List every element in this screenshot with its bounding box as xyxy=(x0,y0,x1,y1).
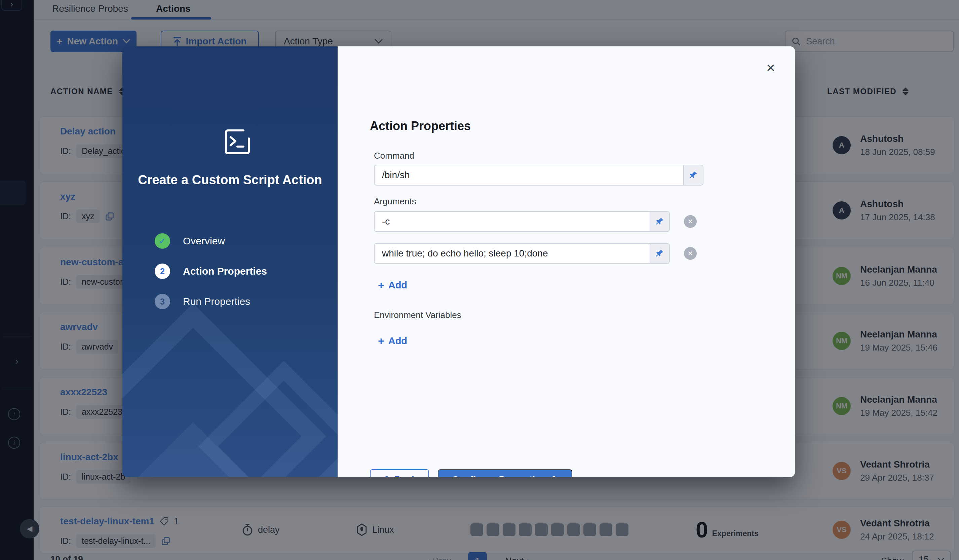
env-variables-label: Environment Variables xyxy=(374,310,461,320)
pin-icon xyxy=(689,171,698,180)
plus-icon: + xyxy=(378,279,384,291)
close-icon[interactable]: ✕ xyxy=(761,59,780,77)
wizard-step[interactable]: 2 Action Properties xyxy=(155,264,267,279)
wizard-left-panel: Create a Custom Script Action ✓ Overview… xyxy=(123,46,338,477)
back-button[interactable]: ❮ Back xyxy=(370,469,429,477)
arguments-label: Arguments xyxy=(374,196,416,207)
wizard-title: Create a Custom Script Action xyxy=(136,172,324,189)
command-label: Command xyxy=(374,151,414,161)
wizard-form-panel: ✕ Action Properties Command /bin/sh Argu… xyxy=(338,46,795,477)
step-label: Run Properties xyxy=(183,296,250,307)
wizard-step[interactable]: 3 Run Properties xyxy=(155,294,267,309)
configure-properties-button[interactable]: Configure Properties ❯ xyxy=(438,469,572,477)
terminal-icon xyxy=(223,127,252,157)
pin-segment[interactable] xyxy=(683,165,703,185)
chevron-left-icon: ❮ xyxy=(382,475,389,477)
argument-input[interactable]: while true; do echo hello; sleep 10;done xyxy=(374,243,670,264)
plus-icon: + xyxy=(378,335,384,347)
argument-input[interactable]: -c xyxy=(374,211,670,232)
form-title: Action Properties xyxy=(370,119,471,133)
argument-value[interactable]: while true; do echo hello; sleep 10;done xyxy=(374,244,650,263)
step-indicator: 2 xyxy=(155,264,170,279)
pin-segment[interactable] xyxy=(650,244,669,263)
command-value[interactable]: /bin/sh xyxy=(374,165,683,185)
remove-argument-button[interactable]: ✕ xyxy=(684,247,697,260)
step-label: Overview xyxy=(183,235,225,247)
step-indicator: ✓ xyxy=(155,233,170,249)
wizard-step[interactable]: ✓ Overview xyxy=(155,233,267,249)
remove-argument-button[interactable]: ✕ xyxy=(684,215,697,228)
step-indicator: 3 xyxy=(155,294,170,309)
command-input[interactable]: /bin/sh xyxy=(374,165,703,186)
chevron-right-icon: ❯ xyxy=(551,475,558,477)
chaos-actions-page: › › i i ◀ Resilience Probes Actions + Ne… xyxy=(0,0,959,560)
wizard-steps: ✓ Overview 2 Action Properties 3 Run Pro… xyxy=(155,233,267,309)
pin-icon xyxy=(655,249,664,258)
argument-value[interactable]: -c xyxy=(374,212,650,231)
add-argument-button[interactable]: + Add xyxy=(378,279,407,291)
pin-segment[interactable] xyxy=(650,212,669,231)
add-env-variable-button[interactable]: + Add xyxy=(378,335,407,347)
pin-icon xyxy=(655,217,664,226)
step-label: Action Properties xyxy=(183,266,267,277)
create-custom-script-action-modal: Create a Custom Script Action ✓ Overview… xyxy=(123,46,795,477)
